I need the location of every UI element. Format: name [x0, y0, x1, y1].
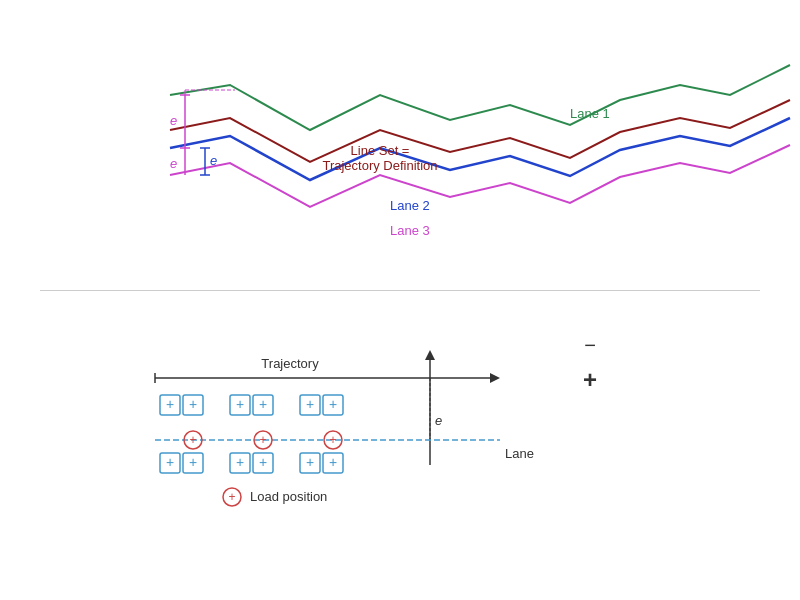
- svg-text:Trajectory: Trajectory: [261, 356, 319, 371]
- svg-text:Lane 3: Lane 3: [390, 223, 430, 238]
- svg-text:+: +: [228, 490, 235, 504]
- svg-text:Load position: Load position: [250, 489, 327, 504]
- svg-text:Lane 1: Lane 1: [570, 106, 610, 121]
- svg-text:+: +: [259, 454, 267, 470]
- svg-text:e: e: [435, 413, 442, 428]
- svg-text:+: +: [329, 433, 336, 447]
- svg-text:+: +: [236, 396, 244, 412]
- svg-text:+: +: [329, 454, 337, 470]
- svg-text:+: +: [306, 454, 314, 470]
- svg-text:+: +: [166, 396, 174, 412]
- svg-text:e: e: [170, 156, 177, 171]
- svg-text:+: +: [306, 396, 314, 412]
- svg-text:+: +: [236, 454, 244, 470]
- svg-text:+: +: [259, 433, 266, 447]
- svg-text:+: +: [583, 366, 597, 393]
- svg-text:Lane 2: Lane 2: [390, 198, 430, 213]
- svg-text:e: e: [170, 113, 177, 128]
- svg-marker-18: [490, 373, 500, 383]
- svg-text:+: +: [166, 454, 174, 470]
- svg-text:+: +: [259, 396, 267, 412]
- svg-text:+: +: [189, 454, 197, 470]
- svg-text:Lane: Lane: [505, 446, 534, 461]
- section-divider: [40, 290, 760, 291]
- svg-text:+: +: [329, 396, 337, 412]
- svg-marker-22: [425, 350, 435, 360]
- svg-text:Trajectory Definition: Trajectory Definition: [322, 158, 437, 173]
- svg-text:Line Set =: Line Set =: [351, 143, 410, 158]
- svg-text:−: −: [584, 334, 596, 356]
- svg-text:e: e: [210, 153, 217, 168]
- svg-text:+: +: [189, 433, 196, 447]
- svg-text:+: +: [189, 396, 197, 412]
